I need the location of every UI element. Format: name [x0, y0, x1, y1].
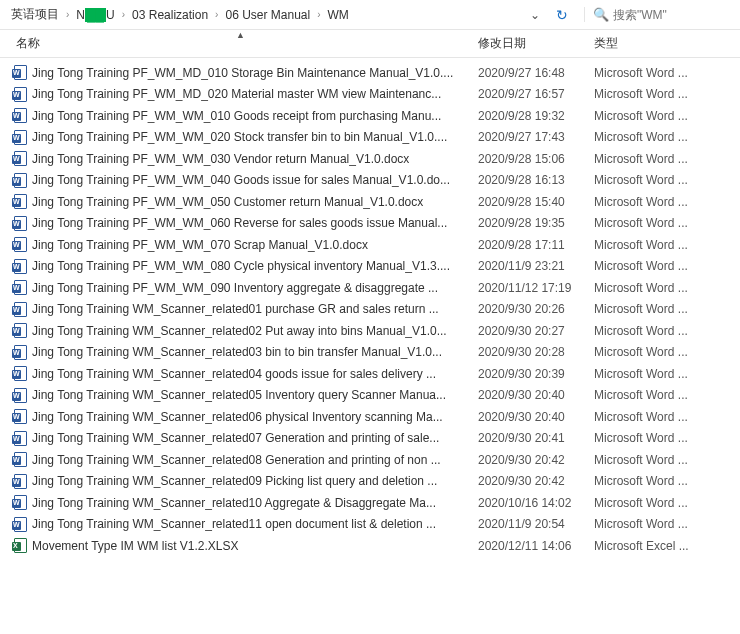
- file-name: Jing Tong Training WM_Scanner_related08 …: [32, 453, 478, 467]
- file-row[interactable]: Jing Tong Training PF_WM_WM_060 Reverse …: [0, 213, 740, 235]
- file-name: Movement Type IM WM list V1.2.XLSX: [32, 539, 478, 553]
- file-row[interactable]: Jing Tong Training WM_Scanner_related10 …: [0, 492, 740, 514]
- file-row[interactable]: Jing Tong Training WM_Scanner_related05 …: [0, 385, 740, 407]
- file-name: Jing Tong Training WM_Scanner_related09 …: [32, 474, 478, 488]
- file-type: Microsoft Word ...: [594, 431, 740, 445]
- file-name: Jing Tong Training WM_Scanner_related03 …: [32, 345, 478, 359]
- file-name: Jing Tong Training PF_WM_WM_030 Vendor r…: [32, 152, 478, 166]
- file-date: 2020/9/30 20:41: [478, 431, 594, 445]
- file-type: Microsoft Word ...: [594, 496, 740, 510]
- chevron-right-icon[interactable]: ›: [120, 9, 127, 20]
- file-type: Microsoft Word ...: [594, 259, 740, 273]
- file-row[interactable]: Jing Tong Training PF_WM_WM_030 Vendor r…: [0, 148, 740, 170]
- file-name: Jing Tong Training WM_Scanner_related11 …: [32, 517, 478, 531]
- word-file-icon: [14, 65, 27, 80]
- file-date: 2020/9/28 19:35: [478, 216, 594, 230]
- file-date: 2020/9/27 16:48: [478, 66, 594, 80]
- file-row[interactable]: Jing Tong Training PF_WM_MD_010 Storage …: [0, 62, 740, 84]
- file-row[interactable]: Jing Tong Training WM_Scanner_related07 …: [0, 428, 740, 450]
- word-file-icon: [14, 431, 27, 446]
- crumb-4[interactable]: WM: [323, 6, 354, 24]
- file-date: 2020/11/9 20:54: [478, 517, 594, 531]
- word-file-icon: [14, 130, 27, 145]
- file-date: 2020/9/27 16:57: [478, 87, 594, 101]
- file-row[interactable]: Jing Tong Training PF_WM_MD_020 Material…: [0, 84, 740, 106]
- chevron-right-icon[interactable]: ›: [64, 9, 71, 20]
- file-name: Jing Tong Training PF_WM_MD_020 Material…: [32, 87, 478, 101]
- column-header-type[interactable]: 类型: [594, 35, 740, 52]
- file-row[interactable]: Jing Tong Training PF_WM_WM_050 Customer…: [0, 191, 740, 213]
- file-date: 2020/9/28 17:11: [478, 238, 594, 252]
- chevron-right-icon[interactable]: ›: [315, 9, 322, 20]
- file-row[interactable]: Jing Tong Training WM_Scanner_related08 …: [0, 449, 740, 471]
- address-toolbar: 英语项目 › N██U › 03 Realization › 06 User M…: [0, 0, 740, 30]
- file-type: Microsoft Word ...: [594, 474, 740, 488]
- file-row[interactable]: Jing Tong Training WM_Scanner_related06 …: [0, 406, 740, 428]
- file-row[interactable]: Jing Tong Training WM_Scanner_related09 …: [0, 471, 740, 493]
- word-file-icon: [14, 173, 27, 188]
- file-name: Jing Tong Training WM_Scanner_related05 …: [32, 388, 478, 402]
- file-name: Jing Tong Training PF_WM_WM_040 Goods is…: [32, 173, 478, 187]
- chevron-down-icon[interactable]: ⌄: [522, 8, 548, 22]
- word-file-icon: [14, 388, 27, 403]
- file-type: Microsoft Word ...: [594, 367, 740, 381]
- word-file-icon: [14, 495, 27, 510]
- file-date: 2020/9/30 20:40: [478, 410, 594, 424]
- file-date: 2020/10/16 14:02: [478, 496, 594, 510]
- word-file-icon: [14, 345, 27, 360]
- file-date: 2020/9/28 15:06: [478, 152, 594, 166]
- word-file-icon: [14, 108, 27, 123]
- refresh-icon[interactable]: ↻: [548, 7, 576, 23]
- file-type: Microsoft Word ...: [594, 130, 740, 144]
- file-type: Microsoft Word ...: [594, 109, 740, 123]
- file-name: Jing Tong Training PF_WM_MD_010 Storage …: [32, 66, 478, 80]
- file-row[interactable]: Jing Tong Training WM_Scanner_related04 …: [0, 363, 740, 385]
- file-type: Microsoft Word ...: [594, 302, 740, 316]
- file-type: Microsoft Word ...: [594, 388, 740, 402]
- column-header-date[interactable]: 修改日期: [478, 35, 594, 52]
- file-type: Microsoft Word ...: [594, 87, 740, 101]
- file-row[interactable]: Jing Tong Training WM_Scanner_related11 …: [0, 514, 740, 536]
- file-date: 2020/9/28 16:13: [478, 173, 594, 187]
- file-type: Microsoft Word ...: [594, 517, 740, 531]
- file-date: 2020/12/11 14:06: [478, 539, 594, 553]
- crumb-1[interactable]: N██U: [71, 6, 119, 24]
- word-file-icon: [14, 87, 27, 102]
- file-row[interactable]: Jing Tong Training WM_Scanner_related03 …: [0, 342, 740, 364]
- file-type: Microsoft Word ...: [594, 281, 740, 295]
- file-name: Jing Tong Training PF_WM_WM_060 Reverse …: [32, 216, 478, 230]
- crumb-2[interactable]: 03 Realization: [127, 6, 213, 24]
- file-row[interactable]: Jing Tong Training PF_WM_WM_090 Inventor…: [0, 277, 740, 299]
- file-row[interactable]: Jing Tong Training WM_Scanner_related02 …: [0, 320, 740, 342]
- file-date: 2020/9/30 20:27: [478, 324, 594, 338]
- chevron-right-icon[interactable]: ›: [213, 9, 220, 20]
- file-name: Jing Tong Training PF_WM_WM_050 Customer…: [32, 195, 478, 209]
- search-box[interactable]: 🔍: [584, 7, 734, 22]
- crumb-0[interactable]: 英语项目: [6, 4, 64, 25]
- file-type: Microsoft Word ...: [594, 324, 740, 338]
- file-row[interactable]: Jing Tong Training WM_Scanner_related01 …: [0, 299, 740, 321]
- file-row[interactable]: Jing Tong Training PF_WM_WM_070 Scrap Ma…: [0, 234, 740, 256]
- file-row[interactable]: Jing Tong Training PF_WM_WM_020 Stock tr…: [0, 127, 740, 149]
- file-type: Microsoft Word ...: [594, 195, 740, 209]
- word-file-icon: [14, 302, 27, 317]
- file-date: 2020/11/12 17:19: [478, 281, 594, 295]
- file-row[interactable]: Jing Tong Training PF_WM_WM_040 Goods is…: [0, 170, 740, 192]
- excel-file-icon: [14, 538, 27, 553]
- word-file-icon: [14, 259, 27, 274]
- file-type: Microsoft Word ...: [594, 345, 740, 359]
- file-date: 2020/11/9 23:21: [478, 259, 594, 273]
- file-row[interactable]: Jing Tong Training PF_WM_WM_080 Cycle ph…: [0, 256, 740, 278]
- file-type: Microsoft Word ...: [594, 238, 740, 252]
- crumb-3[interactable]: 06 User Manual: [220, 6, 315, 24]
- file-date: 2020/9/27 17:43: [478, 130, 594, 144]
- breadcrumb: 英语项目 › N██U › 03 Realization › 06 User M…: [6, 4, 522, 25]
- file-date: 2020/9/28 19:32: [478, 109, 594, 123]
- search-input[interactable]: [613, 8, 723, 22]
- word-file-icon: [14, 366, 27, 381]
- word-file-icon: [14, 452, 27, 467]
- file-row[interactable]: Movement Type IM WM list V1.2.XLSX2020/1…: [0, 535, 740, 557]
- file-row[interactable]: Jing Tong Training PF_WM_WM_010 Goods re…: [0, 105, 740, 127]
- file-name: Jing Tong Training WM_Scanner_related02 …: [32, 324, 478, 338]
- file-name: Jing Tong Training WM_Scanner_related04 …: [32, 367, 478, 381]
